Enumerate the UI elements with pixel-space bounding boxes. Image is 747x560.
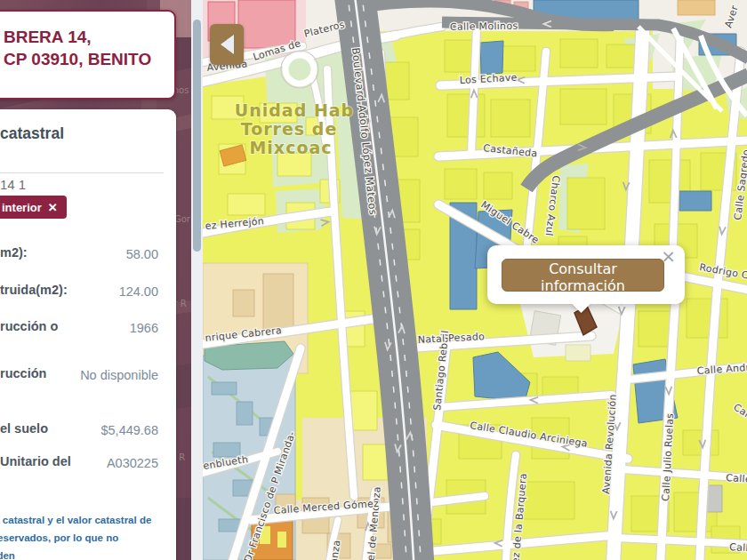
chip-label: interior bbox=[2, 201, 42, 214]
row-value: 58.00 bbox=[126, 245, 158, 263]
consult-info-button[interactable]: Consultar información bbox=[502, 259, 664, 292]
row-label: m2): bbox=[0, 245, 28, 263]
row-label: rucción bbox=[0, 366, 46, 384]
row-label: rucción o bbox=[0, 319, 58, 337]
address-line1: BRERA 14, bbox=[4, 26, 174, 48]
legal-footnote: enta catastral y el valor catastral de o… bbox=[0, 511, 153, 560]
collapse-sidebar-button[interactable] bbox=[210, 24, 244, 65]
row-value: No disponible bbox=[80, 366, 158, 384]
row-value: $5,449.68 bbox=[100, 421, 158, 439]
account-number: 14 1 bbox=[0, 177, 26, 192]
data-row-land-area: m2): 58.00 bbox=[0, 245, 158, 263]
area-label-line2: Torres de bbox=[241, 119, 338, 139]
section-title: catastral bbox=[0, 124, 64, 143]
data-row-construction-year: rucción o 1966 bbox=[0, 319, 158, 337]
row-label: el suelo bbox=[0, 421, 48, 439]
roundabout bbox=[285, 55, 314, 84]
row-value: 124.00 bbox=[119, 283, 158, 300]
property-header-card: BRERA 14, CP 03910, BENITO bbox=[0, 10, 176, 100]
footnote-line1: enta catastral y el valor catastral de bbox=[0, 511, 153, 529]
street-label: Calle Molinos bbox=[450, 20, 518, 33]
area-label-line3: Mixcoac bbox=[249, 138, 332, 157]
overlay-street-label: Gor bbox=[174, 214, 190, 224]
data-row-construction: rucción No disponible bbox=[0, 366, 158, 384]
divider bbox=[0, 172, 164, 173]
row-label: Unitario del bbox=[0, 454, 71, 472]
footnote-line2: os reservados, por lo que no pueden bbox=[0, 529, 153, 560]
data-row-land-value: el suelo $5,449.68 bbox=[0, 421, 158, 439]
sidebar-scrollbar-track[interactable] bbox=[191, 0, 203, 560]
row-value: 1966 bbox=[130, 319, 158, 337]
street-label: Calle D bbox=[729, 541, 747, 555]
cadastral-detail-card: catastral 14 1 interior ✕ m2): 58.00 tru… bbox=[0, 109, 176, 560]
address-line2: CP 03910, BENITO bbox=[4, 48, 174, 70]
interior-chip[interactable]: interior ✕ bbox=[0, 196, 67, 219]
data-row-unit-value: Unitario del A030225 bbox=[0, 454, 158, 472]
cadastral-viewer: CalCalle DCalle MCalle Andrésaranzaiguel… bbox=[0, 0, 747, 560]
property-address: BRERA 14, CP 03910, BENITO bbox=[4, 26, 174, 70]
chip-close-icon[interactable]: ✕ bbox=[48, 201, 58, 214]
row-value: A030225 bbox=[107, 454, 158, 472]
map-popup: × Consultar información bbox=[487, 245, 685, 304]
left-arrow-icon bbox=[221, 35, 234, 54]
data-row-built-area: truida(m2): 124.00 bbox=[0, 283, 158, 300]
area-label-line1: Unidad Hab bbox=[235, 100, 354, 120]
row-label: truida(m2): bbox=[0, 283, 68, 300]
sidebar-scrollbar-thumb[interactable] bbox=[193, 20, 201, 252]
